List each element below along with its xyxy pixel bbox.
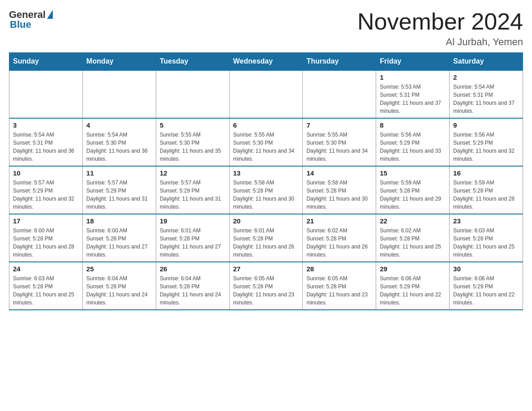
calendar-cell: 27Sunrise: 6:05 AMSunset: 5:28 PMDayligh… — [229, 262, 303, 310]
calendar-cell: 24Sunrise: 6:03 AMSunset: 5:28 PMDayligh… — [9, 262, 83, 310]
day-number: 28 — [306, 265, 372, 273]
day-info: Sunrise: 5:58 AMSunset: 5:28 PMDaylight:… — [306, 179, 372, 211]
day-info: Sunrise: 6:00 AMSunset: 5:28 PMDaylight:… — [13, 227, 79, 259]
day-info: Sunrise: 6:01 AMSunset: 5:28 PMDaylight:… — [233, 227, 299, 259]
day-info: Sunrise: 5:59 AMSunset: 5:28 PMDaylight:… — [380, 179, 446, 211]
calendar-cell: 28Sunrise: 6:05 AMSunset: 5:28 PMDayligh… — [303, 262, 376, 310]
calendar-cell: 19Sunrise: 6:01 AMSunset: 5:28 PMDayligh… — [156, 214, 229, 262]
calendar-title: November 2024 — [357, 9, 523, 34]
calendar-cell: 11Sunrise: 5:57 AMSunset: 5:29 PMDayligh… — [82, 166, 156, 214]
calendar-cell: 4Sunrise: 5:54 AMSunset: 5:30 PMDaylight… — [82, 118, 156, 166]
calendar-cell: 21Sunrise: 6:02 AMSunset: 5:28 PMDayligh… — [303, 214, 376, 262]
weekday-header-sunday: Sunday — [9, 53, 83, 71]
day-number: 8 — [380, 121, 446, 129]
day-number: 19 — [160, 217, 226, 225]
calendar-cell: 9Sunrise: 5:56 AMSunset: 5:29 PMDaylight… — [450, 118, 523, 166]
day-number: 2 — [453, 73, 519, 81]
calendar-week-row: 3Sunrise: 5:54 AMSunset: 5:31 PMDaylight… — [9, 118, 523, 166]
page-header: General Blue November 2024 Al Jurbah, Ye… — [9, 9, 523, 48]
calendar-cell — [9, 70, 83, 118]
calendar-cell: 13Sunrise: 5:58 AMSunset: 5:28 PMDayligh… — [229, 166, 303, 214]
day-number: 26 — [160, 265, 226, 273]
day-info: Sunrise: 5:59 AMSunset: 5:28 PMDaylight:… — [453, 179, 519, 211]
day-number: 10 — [13, 169, 79, 177]
weekday-header-thursday: Thursday — [303, 53, 376, 71]
day-info: Sunrise: 6:03 AMSunset: 5:28 PMDaylight:… — [13, 274, 79, 307]
day-info: Sunrise: 5:54 AMSunset: 5:31 PMDaylight:… — [13, 131, 79, 163]
day-info: Sunrise: 6:02 AMSunset: 5:28 PMDaylight:… — [306, 227, 372, 259]
calendar-week-row: 24Sunrise: 6:03 AMSunset: 5:28 PMDayligh… — [9, 262, 523, 310]
calendar-cell: 10Sunrise: 5:57 AMSunset: 5:29 PMDayligh… — [9, 166, 83, 214]
day-number: 14 — [306, 169, 372, 177]
calendar-header-row: SundayMondayTuesdayWednesdayThursdayFrid… — [9, 53, 523, 71]
calendar-week-row: 1Sunrise: 5:53 AMSunset: 5:31 PMDaylight… — [9, 70, 523, 118]
day-info: Sunrise: 6:03 AMSunset: 5:28 PMDaylight:… — [453, 227, 519, 259]
day-info: Sunrise: 5:56 AMSunset: 5:29 PMDaylight:… — [380, 131, 446, 163]
calendar-cell — [229, 70, 303, 118]
weekday-header-wednesday: Wednesday — [229, 53, 303, 71]
day-number: 12 — [160, 169, 226, 177]
day-info: Sunrise: 5:54 AMSunset: 5:31 PMDaylight:… — [453, 83, 519, 115]
calendar-cell — [82, 70, 156, 118]
calendar-cell: 14Sunrise: 5:58 AMSunset: 5:28 PMDayligh… — [303, 166, 376, 214]
day-info: Sunrise: 5:53 AMSunset: 5:31 PMDaylight:… — [380, 83, 446, 115]
calendar-week-row: 10Sunrise: 5:57 AMSunset: 5:29 PMDayligh… — [9, 166, 523, 214]
day-number: 24 — [13, 265, 79, 273]
calendar-cell: 22Sunrise: 6:02 AMSunset: 5:28 PMDayligh… — [376, 214, 450, 262]
calendar-cell: 16Sunrise: 5:59 AMSunset: 5:28 PMDayligh… — [450, 166, 523, 214]
day-info: Sunrise: 5:55 AMSunset: 5:30 PMDaylight:… — [233, 131, 299, 163]
day-number: 5 — [160, 121, 226, 129]
day-number: 13 — [233, 169, 299, 177]
logo-blue-text: Blue — [10, 19, 31, 30]
calendar-cell: 8Sunrise: 5:56 AMSunset: 5:29 PMDaylight… — [376, 118, 450, 166]
day-info: Sunrise: 6:06 AMSunset: 5:29 PMDaylight:… — [380, 274, 446, 307]
weekday-header-tuesday: Tuesday — [156, 53, 229, 71]
day-number: 4 — [86, 121, 152, 129]
day-info: Sunrise: 5:55 AMSunset: 5:30 PMDaylight:… — [306, 131, 372, 163]
day-number: 16 — [453, 169, 519, 177]
day-info: Sunrise: 6:05 AMSunset: 5:28 PMDaylight:… — [233, 274, 299, 307]
day-number: 18 — [86, 217, 152, 225]
day-info: Sunrise: 6:06 AMSunset: 5:29 PMDaylight:… — [453, 274, 519, 307]
day-info: Sunrise: 5:58 AMSunset: 5:28 PMDaylight:… — [233, 179, 299, 211]
calendar-location: Al Jurbah, Yemen — [357, 36, 523, 48]
day-info: Sunrise: 5:56 AMSunset: 5:29 PMDaylight:… — [453, 131, 519, 163]
day-number: 6 — [233, 121, 299, 129]
day-number: 15 — [380, 169, 446, 177]
day-number: 25 — [86, 265, 152, 273]
logo: General Blue — [9, 9, 53, 30]
day-info: Sunrise: 5:57 AMSunset: 5:29 PMDaylight:… — [13, 179, 79, 211]
day-info: Sunrise: 5:57 AMSunset: 5:29 PMDaylight:… — [160, 179, 226, 211]
calendar-cell: 7Sunrise: 5:55 AMSunset: 5:30 PMDaylight… — [303, 118, 376, 166]
calendar-cell: 30Sunrise: 6:06 AMSunset: 5:29 PMDayligh… — [450, 262, 523, 310]
day-number: 1 — [380, 73, 446, 81]
weekday-header-monday: Monday — [82, 53, 156, 71]
calendar-week-row: 17Sunrise: 6:00 AMSunset: 5:28 PMDayligh… — [9, 214, 523, 262]
day-number: 22 — [380, 217, 446, 225]
day-info: Sunrise: 6:02 AMSunset: 5:28 PMDaylight:… — [380, 227, 446, 259]
calendar-cell: 29Sunrise: 6:06 AMSunset: 5:29 PMDayligh… — [376, 262, 450, 310]
day-number: 9 — [453, 121, 519, 129]
calendar-table: SundayMondayTuesdayWednesdayThursdayFrid… — [9, 52, 523, 310]
calendar-cell: 18Sunrise: 6:00 AMSunset: 5:28 PMDayligh… — [82, 214, 156, 262]
day-info: Sunrise: 5:54 AMSunset: 5:30 PMDaylight:… — [86, 131, 152, 163]
day-info: Sunrise: 6:00 AMSunset: 5:28 PMDaylight:… — [86, 227, 152, 259]
calendar-cell: 12Sunrise: 5:57 AMSunset: 5:29 PMDayligh… — [156, 166, 229, 214]
day-number: 17 — [13, 217, 79, 225]
day-info: Sunrise: 6:01 AMSunset: 5:28 PMDaylight:… — [160, 227, 226, 259]
calendar-cell: 2Sunrise: 5:54 AMSunset: 5:31 PMDaylight… — [450, 70, 523, 118]
title-section: November 2024 Al Jurbah, Yemen — [357, 9, 523, 48]
day-number: 7 — [306, 121, 372, 129]
day-number: 11 — [86, 169, 152, 177]
calendar-cell — [303, 70, 376, 118]
calendar-cell: 5Sunrise: 5:55 AMSunset: 5:30 PMDaylight… — [156, 118, 229, 166]
day-number: 23 — [453, 217, 519, 225]
day-number: 21 — [306, 217, 372, 225]
calendar-cell: 1Sunrise: 5:53 AMSunset: 5:31 PMDaylight… — [376, 70, 450, 118]
day-info: Sunrise: 5:55 AMSunset: 5:30 PMDaylight:… — [160, 131, 226, 163]
calendar-cell: 26Sunrise: 6:04 AMSunset: 5:28 PMDayligh… — [156, 262, 229, 310]
calendar-cell: 17Sunrise: 6:00 AMSunset: 5:28 PMDayligh… — [9, 214, 83, 262]
day-info: Sunrise: 6:04 AMSunset: 5:28 PMDaylight:… — [160, 274, 226, 307]
calendar-cell — [156, 70, 229, 118]
calendar-cell: 3Sunrise: 5:54 AMSunset: 5:31 PMDaylight… — [9, 118, 83, 166]
